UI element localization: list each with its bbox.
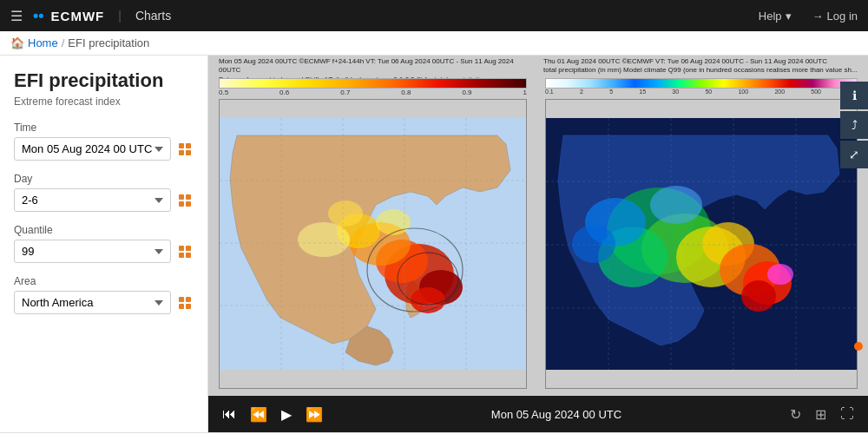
svg-point-27 <box>741 280 776 312</box>
day-grid-icon[interactable] <box>176 192 194 209</box>
login-label: Log in <box>827 10 858 23</box>
fullscreen-timeline-button[interactable]: ⛶ <box>837 403 858 425</box>
step-back-button[interactable]: ⏪ <box>247 403 271 426</box>
logo-text: ECMWF <box>51 9 105 23</box>
day-label: Day <box>14 173 194 185</box>
refresh-button[interactable]: ↻ <box>786 403 805 426</box>
scale-bar-right <box>545 78 858 89</box>
quantile-group: Quantile 99 <box>14 224 194 263</box>
time-label: Time <box>14 122 194 134</box>
timeline-time-label: Mon 05 Aug 2024 00 UTC <box>333 408 779 421</box>
area-label: Area <box>14 275 194 287</box>
quantile-row: 99 <box>14 240 194 263</box>
day-select[interactable]: 2-6 <box>14 188 171 212</box>
area-group: Area North America <box>14 275 194 314</box>
map-right-header: Thu 01 Aug 2024 00UTC ©ECMWF VT: Tue 06 … <box>543 57 858 76</box>
scale-labels-right: 0.1 2 5 15 30 50 100 200 500 700 <box>545 89 858 95</box>
quantile-label: Quantile <box>14 224 194 236</box>
login-button[interactable]: → Log in <box>812 10 858 23</box>
breadcrumb-current: EFI precipitation <box>68 36 149 49</box>
header-divider: | <box>118 9 122 23</box>
day-group: Day 2-6 <box>14 173 194 212</box>
time-row: Mon 05 Aug 2024 00 UTC <box>14 137 194 161</box>
svg-point-30 <box>572 225 615 263</box>
svg-point-4 <box>411 287 445 313</box>
page-title: EFI precipitation <box>14 69 194 92</box>
area-grid-icon[interactable] <box>176 294 194 312</box>
status-indicator <box>854 342 863 351</box>
day-row: 2-6 <box>14 188 194 212</box>
help-button[interactable]: Help ▾ <box>759 10 792 23</box>
map-left-svg <box>220 100 527 388</box>
breadcrumb: 🏠 Home / EFI precipitation <box>0 31 868 56</box>
side-buttons-panel: ℹ ⤴ ⤢ <box>840 82 868 168</box>
home-icon: 🏠 <box>10 36 24 49</box>
svg-point-7 <box>328 201 363 227</box>
header: ☰ •• ECMWF | Charts Help ▾ → Log in <box>0 0 868 31</box>
breadcrumb-home-link[interactable]: Home <box>28 36 58 49</box>
header-charts-label: Charts <box>135 9 171 23</box>
logo: •• ECMWF <box>33 7 104 25</box>
hamburger-icon[interactable]: ☰ <box>10 8 23 24</box>
help-label: Help <box>759 10 782 23</box>
step-forward-button[interactable]: ⏩ <box>302 403 326 426</box>
timeline-bar: ⏮ ⏪ ▶ ⏩ Mon 05 Aug 2024 00 UTC ↻ ⊞ ⛶ <box>208 396 868 432</box>
quantile-grid-icon[interactable] <box>176 243 194 260</box>
share-button[interactable]: ⤴ <box>840 111 868 139</box>
play-button[interactable]: ▶ <box>278 403 295 426</box>
breadcrumb-separator: / <box>62 36 65 49</box>
time-select[interactable]: Mon 05 Aug 2024 00 UTC <box>14 137 171 161</box>
scale-labels-left: 0.5 0.6 0.7 0.8 0.9 1 <box>219 89 527 96</box>
area-select[interactable]: North America <box>14 291 171 314</box>
svg-point-9 <box>376 209 411 235</box>
page-subtitle: Extreme forecast index <box>14 95 194 108</box>
skip-start-button[interactable]: ⏮ <box>219 403 240 425</box>
help-chevron-icon: ▾ <box>786 10 792 23</box>
svg-point-8 <box>298 222 350 257</box>
logo-dots: •• <box>33 7 44 25</box>
svg-point-28 <box>767 264 793 285</box>
map-right-svg <box>546 100 858 388</box>
time-group: Time Mon 05 Aug 2024 00 UTC <box>14 122 194 161</box>
quantile-select[interactable]: 99 <box>14 240 171 263</box>
time-grid-icon[interactable] <box>176 141 194 158</box>
scale-bar-left <box>219 78 527 89</box>
svg-point-31 <box>650 186 702 224</box>
sidebar: EFI precipitation Extreme forecast index… <box>0 56 208 432</box>
map-viewport: Mon 05 Aug 2024 00UTC ©ECMWF f+24-144h V… <box>208 56 868 396</box>
map-left[interactable] <box>219 99 527 389</box>
content-area: Mon 05 Aug 2024 00UTC ©ECMWF f+24-144h V… <box>208 56 868 432</box>
area-row: North America <box>14 291 194 314</box>
main-layout: EFI precipitation Extreme forecast index… <box>0 56 868 432</box>
map-right[interactable] <box>545 99 858 389</box>
info-button[interactable]: ℹ <box>840 82 868 109</box>
fullscreen-button[interactable]: ⤢ <box>840 141 868 168</box>
grid-view-button[interactable]: ⊞ <box>812 403 830 426</box>
login-icon: → <box>812 10 824 23</box>
